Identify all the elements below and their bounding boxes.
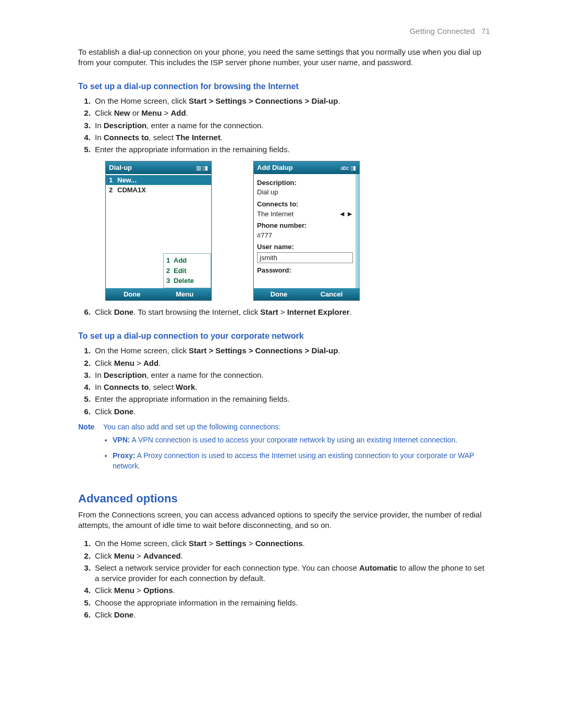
page-number: 71: [481, 27, 490, 35]
proc2-step-6: Click Done.: [93, 406, 490, 417]
advanced-step-4: Click Menu > Options.: [93, 585, 490, 596]
advanced-step-2: Click Menu > Advanced.: [93, 551, 490, 561]
advanced-intro: From the Connections screen, you can acc…: [78, 510, 490, 531]
list-item-new[interactable]: 1 New...: [106, 175, 211, 186]
softkey-cancel[interactable]: Cancel: [321, 290, 343, 299]
softkey-done[interactable]: Done: [124, 290, 141, 299]
advanced-step-3: Select a network service provider for ea…: [93, 563, 490, 584]
phone-right-titlebar: Add Dialup abc ▯▮: [254, 162, 359, 174]
note-item-proxy: Proxy: A Proxy connection is used to acc…: [113, 451, 490, 471]
page: Getting Connected 71 To establish a dial…: [0, 0, 563, 728]
menu-item-delete[interactable]: 3Delete: [166, 276, 208, 286]
value-description[interactable]: Dial up: [257, 188, 353, 197]
proc1-step-3: In Description, enter a name for the con…: [93, 120, 490, 131]
advanced-title: Advanced options: [78, 491, 490, 507]
softkey-menu[interactable]: Menu: [176, 290, 193, 299]
section-name: Getting Connected: [410, 27, 475, 35]
note-list: VPN: A VPN connection is used to access …: [103, 435, 490, 471]
phone-left-titlebar: Dial-up ▥ ▯▮: [106, 162, 211, 174]
advanced-step-6: Click Done.: [93, 610, 490, 620]
page-header: Getting Connected 71: [410, 26, 490, 36]
chevron-left-right-icon[interactable]: ◀ ▶: [340, 210, 353, 218]
proc1-step-1: On the Home screen, click Start > Settin…: [93, 96, 490, 106]
advanced-step-5: Choose the appropriate information in th…: [93, 598, 490, 608]
proc1-step-5: Enter the appropriate information in the…: [93, 144, 490, 155]
proc1-step-4: In Connects to, select The Internet.: [93, 132, 490, 143]
phone-dialup-list: Dial-up ▥ ▯▮ 1 New... 2 CDMA1X 1Add 2Edi…: [105, 161, 212, 301]
value-connects-to[interactable]: The Internet ◀ ▶: [257, 209, 353, 219]
note-body: You can also add and set up the followin…: [103, 422, 490, 476]
proc1-title: To set up a dial-up connection for brows…: [78, 81, 490, 92]
phone-left-title: Dial-up: [109, 163, 132, 172]
proc1-step-6: Click Done. To start browsing the Intern…: [93, 307, 490, 317]
intro-paragraph: To establish a dial-up connection on you…: [78, 47, 490, 68]
note-item-vpn: VPN: A VPN connection is used to access …: [113, 435, 490, 446]
label-user-name: User name:: [257, 242, 353, 252]
advanced-step-1: On the Home screen, click Start > Settin…: [93, 538, 490, 549]
phone-left-content: 1 New... 2 CDMA1X 1Add 2Edit 3Delete: [106, 174, 211, 288]
input-mode-indicator-icon: abc ▯▮: [340, 164, 356, 172]
input-user-name[interactable]: jsmith: [257, 252, 353, 264]
phone-right-content: Description: Dial up Connects to: The In…: [254, 174, 359, 288]
phone-left-softkeys: Done Menu: [106, 288, 211, 301]
advanced-steps: On the Home screen, click Start > Settin…: [93, 538, 490, 620]
list-item-cdma1x[interactable]: 2 CDMA1X: [109, 185, 208, 195]
status-indicator-icon: ▥ ▯▮: [196, 164, 208, 172]
proc2-step-4: In Connects to, select Work.: [93, 382, 490, 392]
proc1-steps-cont: Click Done. To start browsing the Intern…: [93, 307, 490, 317]
scrollbar[interactable]: [356, 174, 360, 288]
label-connects-to: Connects to:: [257, 200, 353, 209]
phone-right-softkeys: Done Cancel: [254, 288, 359, 301]
label-description: Description:: [257, 178, 353, 188]
label-phone-number: Phone number:: [257, 221, 353, 230]
proc1-step-2: Click New or Menu > Add.: [93, 108, 490, 118]
proc2-title: To set up a dial-up connection to your c…: [78, 330, 490, 342]
menu-item-add[interactable]: 1Add: [166, 255, 208, 266]
screenshots-row: Dial-up ▥ ▯▮ 1 New... 2 CDMA1X 1Add 2Edi…: [105, 161, 490, 301]
proc2-step-5: Enter the appropriate information in the…: [93, 394, 490, 404]
value-phone-number[interactable]: #777: [257, 231, 353, 240]
proc2-step-3: In Description, enter a name for the con…: [93, 370, 490, 380]
phone-right-title: Add Dialup: [257, 163, 293, 172]
context-menu: 1Add 2Edit 3Delete: [163, 253, 211, 288]
note-block: Note You can also add and set up the fol…: [78, 422, 490, 476]
softkey-done[interactable]: Done: [271, 290, 288, 299]
label-password: Password:: [257, 266, 353, 275]
proc2-step-1: On the Home screen, click Start > Settin…: [93, 346, 490, 356]
proc1-steps: On the Home screen, click Start > Settin…: [93, 96, 490, 155]
proc2-steps: On the Home screen, click Start > Settin…: [93, 346, 490, 417]
proc2-step-2: Click Menu > Add.: [93, 358, 490, 368]
phone-add-dialup: Add Dialup abc ▯▮ Description: Dial up C…: [253, 161, 360, 301]
note-label: Note: [78, 422, 103, 476]
menu-item-edit[interactable]: 2Edit: [166, 266, 208, 276]
